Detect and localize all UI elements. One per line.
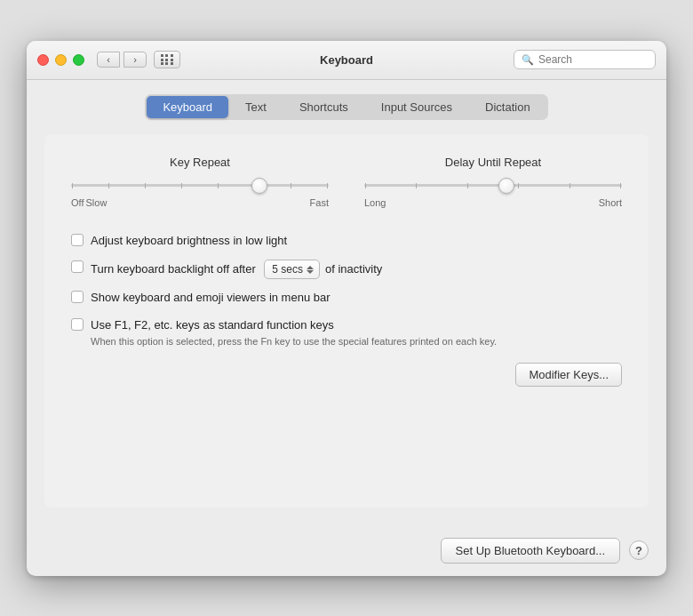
checkboxes-section: Adjust keyboard brightness in low light …: [71, 233, 622, 349]
delay-repeat-label: Delay Until Repeat: [364, 156, 622, 169]
delay-long-label: Long: [364, 197, 386, 208]
checkbox-brightness-label: Adjust keyboard brightness in low light: [91, 233, 287, 249]
modifier-keys-container: Modifier Keys...: [71, 363, 622, 387]
key-repeat-thumb[interactable]: [251, 178, 267, 194]
select-arrow-icon: [307, 266, 314, 274]
checkbox-backlight-label: Turn keyboard backlight off after 5 secs…: [91, 260, 382, 280]
checkbox-fn-keys-label: Use F1, F2, etc. keys as standard functi…: [91, 317, 497, 349]
checkbox-brightness[interactable]: [71, 234, 84, 246]
checkbox-emoji-label: Show keyboard and emoji viewers in menu …: [91, 290, 331, 306]
bluetooth-keyboard-button[interactable]: Set Up Bluetooth Keyboard...: [441, 538, 620, 564]
key-repeat-min-label: Off: [71, 197, 84, 208]
checkbox-row-brightness: Adjust keyboard brightness in low light: [71, 233, 622, 249]
minimize-button[interactable]: [55, 54, 67, 66]
titlebar: ‹ › Keyboard 🔍: [27, 41, 666, 80]
key-repeat-track-wrapper: [71, 178, 329, 194]
checkbox-row-emoji: Show keyboard and emoji viewers in menu …: [71, 290, 622, 306]
search-input[interactable]: [538, 53, 648, 66]
key-repeat-fast-label: Fast: [310, 197, 329, 208]
sliders-row: Key Repeat: [71, 156, 622, 208]
nav-buttons: ‹ ›: [97, 52, 147, 68]
tab-input-sources[interactable]: Input Sources: [365, 96, 468, 118]
checkbox-fn-keys[interactable]: [71, 318, 84, 331]
checkbox-backlight[interactable]: [71, 260, 84, 273]
tab-shortcuts[interactable]: Shortcuts: [283, 96, 364, 118]
main-panel: Key Repeat: [44, 134, 649, 508]
search-icon: 🔍: [522, 54, 534, 66]
back-button[interactable]: ‹: [97, 52, 120, 68]
tab-bar: Keyboard Text Shortcuts Input Sources Di…: [145, 94, 547, 120]
tab-keyboard[interactable]: Keyboard: [147, 96, 228, 118]
main-window: ‹ › Keyboard 🔍 Keyboard Text Shortcu: [27, 41, 666, 576]
key-repeat-label: Key Repeat: [71, 156, 329, 169]
checkbox-emoji[interactable]: [71, 291, 84, 303]
search-box[interactable]: 🔍: [514, 50, 656, 69]
modifier-keys-button[interactable]: Modifier Keys...: [515, 363, 622, 387]
inactivity-suffix: of inactivity: [325, 261, 382, 277]
fn-keys-subtext: When this option is selected, press the …: [91, 335, 497, 348]
checkbox-row-fn-keys: Use F1, F2, etc. keys as standard functi…: [71, 317, 622, 349]
delay-short-label: Short: [599, 197, 622, 208]
checkbox-row-backlight: Turn keyboard backlight off after 5 secs…: [71, 260, 622, 280]
delay-repeat-labels: Long Short: [364, 197, 622, 208]
delay-repeat-group: Delay Until Repeat: [364, 156, 622, 208]
footer: Set Up Bluetooth Keyboard... ?: [27, 525, 666, 576]
key-repeat-labels: Off Slow Fast: [71, 197, 329, 208]
tab-dictation[interactable]: Dictation: [469, 96, 546, 118]
help-button[interactable]: ?: [629, 540, 649, 560]
key-repeat-slow-label: Slow: [85, 197, 107, 208]
content-area: Keyboard Text Shortcuts Input Sources Di…: [27, 80, 666, 525]
close-button[interactable]: [37, 54, 49, 66]
delay-repeat-track-wrapper: [364, 178, 622, 194]
traffic-lights: [37, 54, 84, 66]
grid-button[interactable]: [154, 51, 180, 68]
tab-bar-container: Keyboard Text Shortcuts Input Sources Di…: [44, 94, 649, 120]
tab-text[interactable]: Text: [229, 96, 283, 118]
maximize-button[interactable]: [73, 54, 84, 66]
window-title: Keyboard: [320, 53, 373, 67]
forward-button[interactable]: ›: [123, 52, 147, 68]
delay-repeat-thumb[interactable]: [498, 178, 514, 194]
inactivity-select[interactable]: 5 secs: [264, 260, 320, 280]
grid-icon: [161, 54, 174, 65]
select-value: 5 secs: [272, 262, 303, 277]
key-repeat-group: Key Repeat: [71, 156, 329, 208]
